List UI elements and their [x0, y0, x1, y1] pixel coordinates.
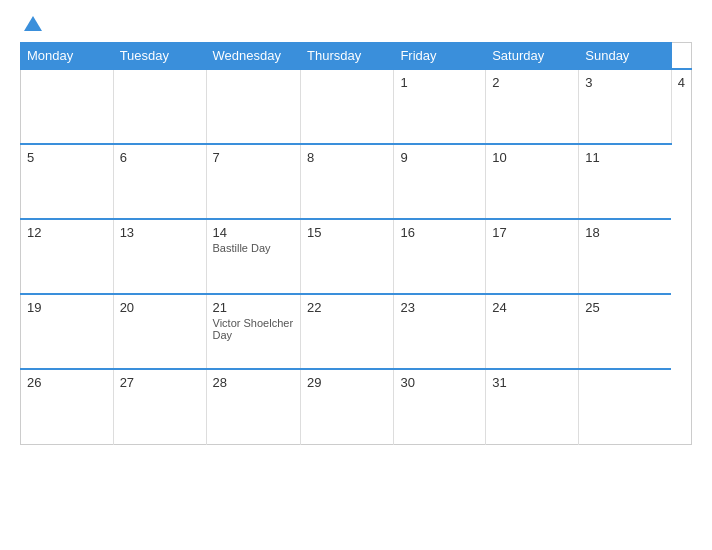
day-number: 13: [120, 225, 200, 240]
calendar-cell: 6: [113, 144, 206, 219]
day-number: 27: [120, 375, 200, 390]
day-number: 15: [307, 225, 387, 240]
calendar-cell: 15: [301, 219, 394, 294]
day-number: 12: [27, 225, 107, 240]
calendar-cell: 4: [671, 69, 691, 144]
calendar-cell: 29: [301, 369, 394, 444]
calendar-cell: 23: [394, 294, 486, 369]
calendar-cell: 19: [21, 294, 114, 369]
day-number: 7: [213, 150, 295, 165]
day-number: 2: [492, 75, 572, 90]
calendar-cell: 11: [579, 144, 671, 219]
day-number: 29: [307, 375, 387, 390]
calendar-cell: 22: [301, 294, 394, 369]
calendar-week-row: 262728293031: [21, 369, 692, 444]
weekday-header-saturday: Saturday: [486, 43, 579, 70]
calendar-cell: 27: [113, 369, 206, 444]
day-number: 30: [400, 375, 479, 390]
calendar-cell: 1: [394, 69, 486, 144]
day-number: 3: [585, 75, 664, 90]
weekday-header-wednesday: Wednesday: [206, 43, 301, 70]
calendar-cell: 20: [113, 294, 206, 369]
day-number: 11: [585, 150, 665, 165]
calendar-cell: 2: [486, 69, 579, 144]
calendar-cell: 5: [21, 144, 114, 219]
weekday-header-friday: Friday: [394, 43, 486, 70]
day-number: 21: [213, 300, 295, 315]
day-number: 25: [585, 300, 665, 315]
page: MondayTuesdayWednesdayThursdayFridaySatu…: [0, 0, 712, 550]
calendar-cell: [206, 69, 301, 144]
day-number: 1: [400, 75, 479, 90]
weekday-header-tuesday: Tuesday: [113, 43, 206, 70]
day-number: 6: [120, 150, 200, 165]
header: [20, 16, 692, 32]
calendar-cell: 26: [21, 369, 114, 444]
calendar-cell: [301, 69, 394, 144]
day-number: 4: [678, 75, 685, 90]
day-number: 19: [27, 300, 107, 315]
day-number: 8: [307, 150, 387, 165]
day-number: 18: [585, 225, 665, 240]
weekday-header-thursday: Thursday: [301, 43, 394, 70]
calendar-cell: 10: [486, 144, 579, 219]
calendar-cell: 31: [486, 369, 579, 444]
day-number: 9: [400, 150, 479, 165]
day-number: 26: [27, 375, 107, 390]
day-number: 28: [213, 375, 295, 390]
day-number: 20: [120, 300, 200, 315]
calendar-week-row: 1234: [21, 69, 692, 144]
calendar-cell: 3: [579, 69, 671, 144]
calendar-cell: 12: [21, 219, 114, 294]
day-number: 24: [492, 300, 572, 315]
logo: [20, 16, 42, 32]
day-number: 31: [492, 375, 572, 390]
calendar-table: MondayTuesdayWednesdayThursdayFridaySatu…: [20, 42, 692, 445]
calendar-cell: [579, 369, 671, 444]
calendar-cell: 18: [579, 219, 671, 294]
calendar-cell: 16: [394, 219, 486, 294]
day-number: 5: [27, 150, 107, 165]
calendar-header-row: MondayTuesdayWednesdayThursdayFridaySatu…: [21, 43, 692, 70]
day-number: 16: [400, 225, 479, 240]
day-number: 14: [213, 225, 295, 240]
calendar-cell: 9: [394, 144, 486, 219]
calendar-week-row: 567891011: [21, 144, 692, 219]
calendar-cell: [113, 69, 206, 144]
calendar-cell: 25: [579, 294, 671, 369]
logo-triangle-icon: [24, 16, 42, 31]
day-event: Bastille Day: [213, 242, 295, 254]
calendar-cell: 17: [486, 219, 579, 294]
calendar-cell: 13: [113, 219, 206, 294]
calendar-cell: 30: [394, 369, 486, 444]
calendar-cell: 21Victor Shoelcher Day: [206, 294, 301, 369]
calendar-cell: 24: [486, 294, 579, 369]
day-event: Victor Shoelcher Day: [213, 317, 295, 341]
calendar-cell: 14Bastille Day: [206, 219, 301, 294]
calendar-cell: 7: [206, 144, 301, 219]
day-number: 17: [492, 225, 572, 240]
weekday-header-monday: Monday: [21, 43, 114, 70]
calendar-week-row: 192021Victor Shoelcher Day22232425: [21, 294, 692, 369]
calendar-cell: [21, 69, 114, 144]
weekday-header-sunday: Sunday: [579, 43, 671, 70]
day-number: 23: [400, 300, 479, 315]
day-number: 22: [307, 300, 387, 315]
calendar-cell: 8: [301, 144, 394, 219]
day-number: 10: [492, 150, 572, 165]
calendar-cell: 28: [206, 369, 301, 444]
calendar-week-row: 121314Bastille Day15161718: [21, 219, 692, 294]
